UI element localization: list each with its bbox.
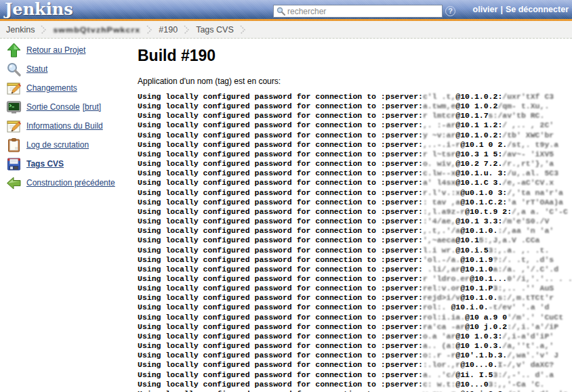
console-line: Using locally configured password for co… xyxy=(138,389,569,392)
sidebar-item-informations-du-build[interactable]: Informations du Build xyxy=(0,116,134,135)
console-line-prefix: Using locally configured password for co… xyxy=(138,140,423,149)
console-line-prefix: Using locally configured password for co… xyxy=(138,389,423,392)
console-line-prefix: Using locally configured password for co… xyxy=(138,246,423,255)
console-line: Using locally configured password for co… xyxy=(138,131,569,140)
redacted-user: .li/,ar xyxy=(423,265,460,274)
console-line-prefix: Using locally configured password for co… xyxy=(138,121,423,129)
redacted-path: /u,.al. 5C3 xyxy=(507,169,558,177)
console-line-prefix: Using locally configured password for co… xyxy=(138,150,423,158)
host-fragment: @10.i.0. xyxy=(451,303,488,311)
magnifier-icon xyxy=(6,62,22,77)
console-line: Using locally configured password for co… xyxy=(138,246,569,255)
console-line: Using locally configured password for co… xyxy=(138,351,569,360)
breadcrumb-jenkins[interactable]: Jenkins xyxy=(6,25,35,35)
sidebar-link-brut[interactable]: [brut] xyxy=(83,102,101,112)
jenkins-logo[interactable]: Jenkins xyxy=(5,0,73,19)
host-fragment: @10.t.9 2: xyxy=(465,207,512,216)
host-fragment: @10.i C.3. xyxy=(460,389,507,392)
sidebar-link[interactable]: Construction précédente xyxy=(26,178,115,188)
user-link[interactable]: olivier xyxy=(473,5,498,14)
host-fragment: @10 1.0.2 xyxy=(455,102,497,110)
redacted-user: o.a 'ar xyxy=(423,332,455,341)
header-user-area: olivier|Se déconnecter xyxy=(473,5,569,14)
redacted-path: /av~- 'iXV5 xyxy=(502,150,554,158)
sidebar-item-sortie-console[interactable]: Sortie Console [brut] xyxy=(0,97,134,116)
sidebar-item-changements[interactable]: Changements xyxy=(0,79,134,97)
sidebar-link[interactable]: Statut xyxy=(26,64,47,74)
redacted-path: /st,. t9y.a xyxy=(507,140,558,149)
host-fragment: @10...0. xyxy=(460,360,497,369)
redacted-path: /,i-a'd'iP' xyxy=(502,332,554,341)
console-line-prefix: Using locally configured password for co… xyxy=(138,351,423,360)
host-fragment: @10.1.P xyxy=(460,284,493,292)
console-line: Using locally configured password for co… xyxy=(138,140,569,150)
redacted-path: :/,aa 'n 'a' xyxy=(497,226,554,235)
host-fragment: @10.1.0.2: xyxy=(455,92,502,101)
redacted-user: o:.r -r xyxy=(423,351,455,360)
host-fragment: @10.1.7 xyxy=(455,111,488,120)
redacted-path: 3:,.. .'' AuS xyxy=(493,284,554,292)
console-line: Using locally configured password for co… xyxy=(138,284,569,293)
sidebar-link[interactable]: Changements xyxy=(26,83,77,93)
console-line: Using locally configured password for co… xyxy=(138,121,569,130)
redacted-user: a.twm,e xyxy=(423,102,455,110)
redacted-user: :'4/ae, xyxy=(423,217,455,225)
redacted-path: /,wa'.'v' J xyxy=(507,351,558,360)
search-input[interactable] xyxy=(287,6,442,16)
sidebar-link-current[interactable]: Tags CVS xyxy=(26,159,64,169)
redacted-user: r l~tsr xyxy=(423,150,455,158)
redacted-path: /m'e'S0./V xyxy=(502,217,549,225)
host-fragment: @10.1.0. xyxy=(460,226,497,235)
chevron-right-icon xyxy=(146,24,152,35)
console-line-prefix: Using locally configured password for co… xyxy=(138,370,423,379)
console-line-prefix: Using locally configured password for co… xyxy=(138,111,423,120)
console-line: Using locally configured password for co… xyxy=(138,226,569,236)
sidebar-item-retour-au-projet[interactable]: Retour au Projet xyxy=(0,41,134,60)
console-line: Using locally configured password for co… xyxy=(138,380,569,389)
redacted-user: l.i wr. xyxy=(423,246,455,255)
redacted-user: ,. :-ar xyxy=(423,121,455,129)
sidebar-link[interactable]: Sortie Console xyxy=(26,102,80,112)
breadcrumb-project-redacted[interactable]: swmbQtvzhPwkcrx xyxy=(53,25,140,34)
console-line: Using locally configured password for co… xyxy=(138,169,569,178)
console-line: Using locally configured password for co… xyxy=(138,111,569,121)
breadcrumb-tags-cvs[interactable]: Tags CVS xyxy=(196,25,234,35)
sidebar: Retour au Projet Statut Changements xyxy=(0,41,134,192)
console-line: Using locally configured password for co… xyxy=(138,360,569,370)
sidebar-item-log-de-scrutation[interactable]: Log de scrutation xyxy=(0,135,134,154)
sidebar-link[interactable]: Retour au Projet xyxy=(26,45,85,55)
host-fragment: @10.1 1.2: xyxy=(455,121,502,129)
host-fragment: @10.1.0.2: xyxy=(455,131,502,139)
notepad-pencil-icon xyxy=(6,118,22,134)
redacted-user: r lmtcr xyxy=(423,111,455,120)
host-fragment: @10...0 xyxy=(455,380,488,389)
host-fragment: @10.2 7.2. xyxy=(455,159,502,168)
redacted-path: '/m'.' 'CuCt xyxy=(507,313,563,322)
help-icon[interactable]: ? xyxy=(445,6,455,16)
redacted-path: /a,''t'.a,' xyxy=(502,341,554,350)
console-line-prefix: Using locally configured password for co… xyxy=(138,274,423,283)
main-content: Build #190 Application d'un nom (tag) es… xyxy=(138,42,569,392)
console-line: Using locally configured password for co… xyxy=(138,332,569,341)
console-line-prefix: Using locally configured password for co… xyxy=(138,313,423,322)
sidebar-item-tags-cvs[interactable]: Tags CVS xyxy=(0,154,134,173)
redacted-path: ?:/. .t, .d's xyxy=(493,255,554,264)
breadcrumb-build-number[interactable]: #190 xyxy=(159,25,178,35)
sidebar-link[interactable]: Informations du Build xyxy=(26,121,103,131)
console-line: Using locally configured password for co… xyxy=(138,178,569,188)
console-line: Using locally configured password for co… xyxy=(138,188,569,198)
console-line-prefix: Using locally configured password for co… xyxy=(138,255,423,264)
sidebar-item-statut[interactable]: Statut xyxy=(0,60,134,79)
host-fragment: @10 j.0.2 xyxy=(465,322,507,331)
redacted-path: / ,.. , 2C' xyxy=(502,121,554,129)
redacted-path: 3:/,-'.. d'.a xyxy=(493,370,554,379)
redacted-path: I-/,v' daXC? xyxy=(497,360,554,369)
sidebar-item-construction-precedente[interactable]: Construction précédente xyxy=(0,173,134,192)
console-line: Using locally configured password for co… xyxy=(138,198,569,207)
logout-link[interactable]: Se déconnecter xyxy=(506,5,569,14)
console-line: Using locally configured password for co… xyxy=(138,255,569,265)
redacted-path: 0'/i,'.'.. . . xyxy=(507,274,572,283)
console-line: Using locally configured password for co… xyxy=(138,217,569,226)
sidebar-link[interactable]: Log de scrutation xyxy=(26,140,89,150)
console-line-prefix: Using locally configured password for co… xyxy=(138,188,423,197)
